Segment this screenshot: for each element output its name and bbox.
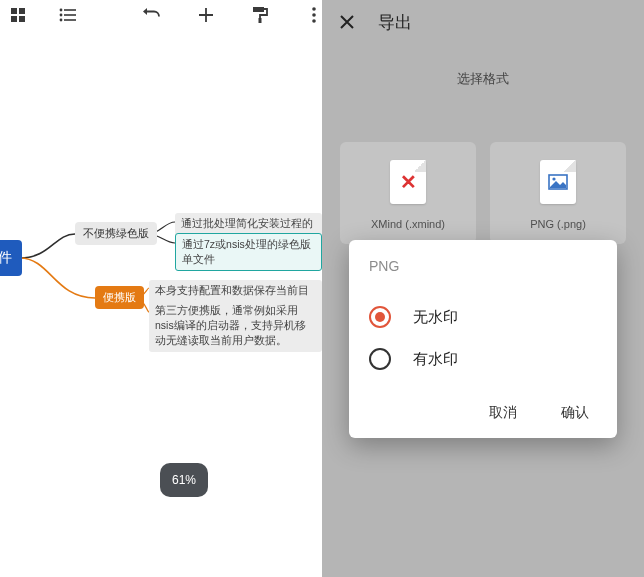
- radio-no-watermark[interactable]: 无水印: [369, 296, 597, 338]
- paint-roller-icon[interactable]: [250, 5, 270, 25]
- grid-icon[interactable]: [8, 5, 28, 25]
- dialog-overlay: PNG 无水印 有水印 取消 确认: [322, 0, 644, 577]
- svg-rect-7: [64, 14, 76, 16]
- mindmap-detail-b2[interactable]: 第三方便携版，通常例如采用nsis编译的启动器，支持异机移动无缝读取当前用户数据…: [149, 300, 322, 352]
- more-vert-icon[interactable]: [304, 5, 322, 25]
- confirm-button[interactable]: 确认: [559, 400, 591, 426]
- svg-point-13: [312, 13, 316, 17]
- plus-icon[interactable]: [196, 5, 216, 25]
- svg-point-8: [60, 19, 63, 22]
- mindmap-root[interactable]: 色软件: [0, 240, 22, 276]
- toolbar: [0, 0, 322, 30]
- undo-icon[interactable]: [142, 5, 162, 25]
- svg-rect-3: [19, 16, 25, 22]
- mindmap-node-b[interactable]: 便携版: [95, 286, 144, 309]
- svg-rect-0: [11, 8, 17, 14]
- radio-indicator: [369, 348, 391, 370]
- svg-point-6: [60, 14, 63, 17]
- radio-label: 无水印: [413, 308, 458, 327]
- export-pane: 导出 选择格式 ✕ XMind (.xmind) PNG (.png) P: [322, 0, 644, 577]
- svg-rect-9: [64, 19, 76, 21]
- mindmap-canvas[interactable]: 色软件 不便携绿色版 便携版 通过批处理简化安装过程的绿色版 通过7z或nsis…: [0, 30, 322, 577]
- dialog-title: PNG: [369, 258, 597, 274]
- mindmap-detail-a2[interactable]: 通过7z或nsis处理的绿色版单文件: [175, 233, 322, 271]
- radio-with-watermark[interactable]: 有水印: [369, 338, 597, 380]
- svg-rect-11: [259, 18, 262, 23]
- cancel-button[interactable]: 取消: [487, 400, 519, 426]
- radio-label: 有水印: [413, 350, 458, 369]
- svg-rect-10: [253, 7, 264, 12]
- list-icon[interactable]: [58, 5, 78, 25]
- zoom-indicator: 61%: [160, 463, 208, 497]
- svg-point-14: [312, 19, 316, 23]
- svg-point-4: [60, 9, 63, 12]
- radio-indicator: [369, 306, 391, 328]
- editor-pane: 色软件 不便携绿色版 便携版 通过批处理简化安装过程的绿色版 通过7z或nsis…: [0, 0, 322, 577]
- png-options-dialog: PNG 无水印 有水印 取消 确认: [349, 240, 617, 438]
- svg-rect-1: [19, 8, 25, 14]
- svg-point-12: [312, 7, 316, 11]
- svg-rect-5: [64, 9, 76, 11]
- svg-rect-2: [11, 16, 17, 22]
- mindmap-node-a[interactable]: 不便携绿色版: [75, 222, 157, 245]
